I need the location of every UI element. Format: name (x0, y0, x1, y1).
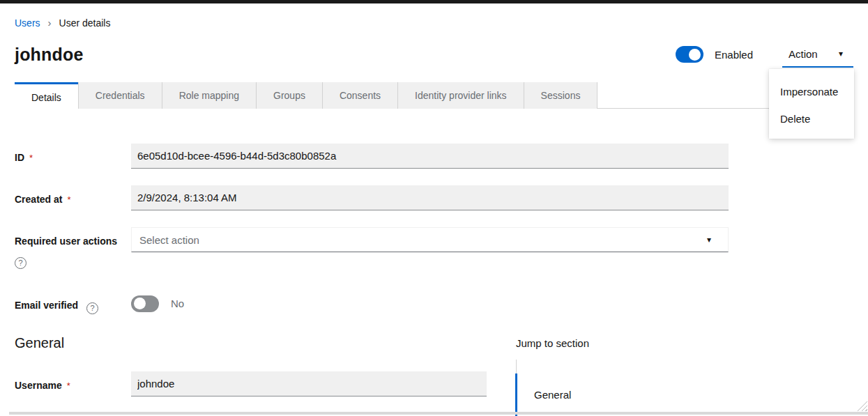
username-label: Username* (15, 371, 131, 396)
email-verified-state: No (171, 298, 184, 309)
horizontal-scrollbar[interactable] (9, 412, 868, 415)
required-user-actions-label: Required user actions ? (15, 227, 131, 269)
email-verified-control: No (131, 291, 184, 314)
caret-down-icon: ▾ (839, 49, 843, 58)
created-at-field (131, 185, 729, 210)
email-verified-label: Email verified ? (15, 291, 131, 314)
breadcrumb: Users › User details (15, 3, 853, 29)
jump-to-section-title: Jump to section (516, 337, 669, 350)
header-controls: Enabled Action ▾ Impersonate Delete (676, 41, 853, 68)
toggle-knob (134, 298, 146, 309)
created-at-label-text: Created at (15, 194, 62, 205)
tab-groups[interactable]: Groups (257, 82, 323, 109)
required-user-actions-select[interactable]: ▾ (131, 227, 729, 252)
enabled-toggle[interactable] (676, 46, 703, 63)
created-at-label: Created at* (15, 185, 131, 210)
user-details-page: Users › User details johndoe Enabled Act… (0, 3, 868, 416)
tab-consents[interactable]: Consents (323, 82, 398, 109)
email-verified-toggle[interactable] (131, 295, 159, 312)
page-header: johndoe Enabled Action ▾ Impersonate Del… (15, 40, 853, 68)
tab-role-mapping[interactable]: Role mapping (162, 82, 257, 109)
username-field (131, 371, 487, 396)
form-row-required-user-actions: Required user actions ? ▾ (15, 227, 729, 269)
toggle-knob (689, 49, 701, 61)
breadcrumb-current: User details (59, 17, 111, 29)
jump-to-section-panel: Jump to section General (516, 337, 669, 416)
required-user-actions-label-text: Required user actions (15, 236, 117, 247)
tab-identity-provider-links[interactable]: Identity provider links (398, 82, 524, 109)
tab-sessions[interactable]: Sessions (524, 82, 598, 109)
id-field (131, 144, 729, 169)
required-asterisk: * (29, 153, 33, 163)
form-row-email-verified: Email verified ? No (15, 291, 729, 314)
id-label: ID* (15, 144, 131, 169)
action-dropdown: Action ▾ Impersonate Delete (782, 41, 853, 68)
action-dropdown-toggle[interactable]: Action ▾ (782, 41, 853, 68)
form-row-id: ID* (15, 144, 729, 169)
menu-item-delete[interactable]: Delete (769, 105, 854, 132)
chevron-right-icon: › (48, 18, 52, 28)
caret-down-icon: ▾ (707, 235, 711, 245)
breadcrumb-link-users[interactable]: Users (15, 17, 40, 29)
question-circle-icon[interactable]: ? (86, 302, 98, 314)
action-dropdown-label: Action (789, 48, 818, 60)
tab-bar: Details Credentials Role mapping Groups … (15, 82, 853, 109)
jump-link-general[interactable]: General (515, 373, 669, 416)
page-title: johndoe (15, 45, 84, 65)
username-label-text: Username (15, 380, 62, 391)
tab-details[interactable]: Details (15, 82, 78, 111)
menu-item-impersonate[interactable]: Impersonate (769, 78, 854, 105)
enabled-toggle-label: Enabled (715, 49, 753, 61)
required-user-actions-input[interactable] (138, 233, 707, 247)
email-verified-label-text: Email verified (15, 300, 78, 311)
action-dropdown-menu: Impersonate Delete (769, 69, 854, 139)
form-row-created-at: Created at* (15, 185, 729, 210)
required-asterisk: * (67, 194, 70, 205)
required-asterisk: * (67, 380, 70, 391)
jump-links-nav: General (516, 360, 669, 416)
question-circle-icon[interactable]: ? (15, 257, 26, 269)
help-icon-wrap: ? (15, 254, 131, 269)
select-caret-button[interactable]: ▾ (707, 235, 722, 245)
id-label-text: ID (15, 152, 24, 163)
tab-credentials[interactable]: Credentials (78, 82, 162, 109)
